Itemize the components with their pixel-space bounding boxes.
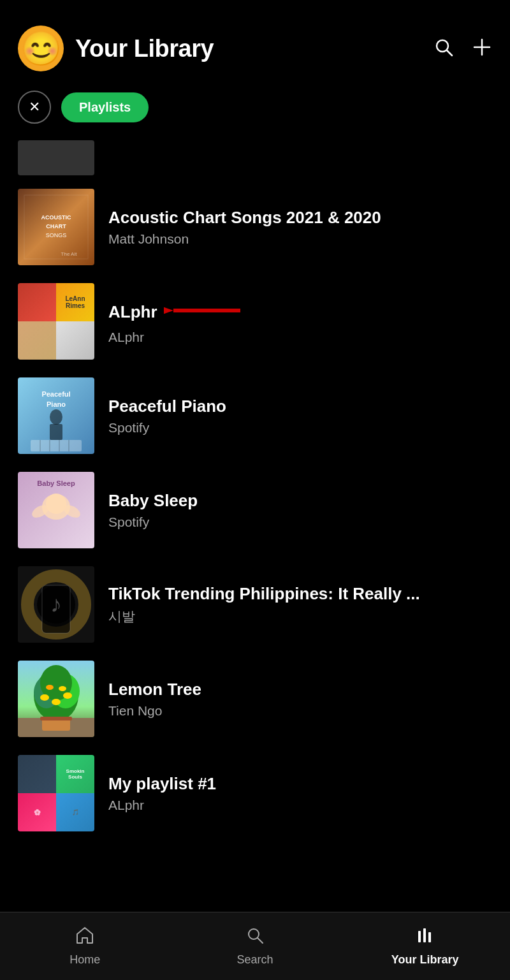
- avatar[interactable]: 😊: [18, 26, 64, 71]
- svg-rect-46: [40, 717, 72, 720]
- thumbnail: ACOUSTIC CHART SONGS The Alt: [18, 189, 94, 265]
- nav-library-label: Your Library: [391, 953, 459, 967]
- playlist-name: Acoustic Chart Songs 2021 & 2020: [108, 208, 492, 228]
- playlist-info: Baby Sleep Spotify: [108, 491, 492, 530]
- search-nav-icon: [245, 926, 265, 948]
- playlist-name: ALphr: [108, 302, 157, 322]
- svg-rect-49: [418, 931, 421, 942]
- svg-text:SONGS: SONGS: [46, 232, 67, 238]
- clear-filter-button[interactable]: ✕: [18, 91, 51, 124]
- playlist-subtitle: Spotify: [108, 420, 492, 435]
- playlist-subtitle: 시발: [108, 608, 492, 625]
- playlist-info: ALphr ALphr: [108, 298, 492, 345]
- nav-home[interactable]: Home: [0, 912, 170, 980]
- svg-text:Peaceful: Peaceful: [41, 390, 70, 398]
- close-icon: ✕: [29, 99, 40, 115]
- svg-point-44: [59, 686, 66, 691]
- playlist-name: Peaceful Piano: [108, 397, 492, 416]
- svg-text:Piano: Piano: [47, 400, 66, 408]
- svg-point-41: [52, 699, 61, 705]
- playlist-subtitle: ALphr: [108, 330, 492, 345]
- nav-search-label: Search: [237, 953, 273, 967]
- playlist-name: Baby Sleep: [108, 491, 492, 511]
- page-title: Your Library: [75, 35, 422, 62]
- thumbnail: Peaceful Piano: [18, 377, 94, 454]
- svg-text:CHART: CHART: [46, 223, 66, 230]
- thumbnail: ♪: [18, 566, 94, 643]
- avatar-emoji: 😊: [20, 32, 62, 65]
- svg-text:ACOUSTIC: ACOUSTIC: [41, 214, 72, 221]
- library-nav-icon: [416, 926, 435, 948]
- svg-rect-50: [423, 928, 426, 942]
- playlist-info: Lemon Tree Tien Ngo: [108, 680, 492, 719]
- svg-point-15: [50, 409, 62, 425]
- list-item[interactable]: [0, 135, 510, 180]
- svg-line-48: [258, 938, 263, 943]
- nav-home-label: Home: [69, 953, 100, 967]
- nav-search[interactable]: Search: [170, 912, 340, 980]
- add-icon[interactable]: [472, 37, 492, 61]
- playlist-subtitle: Tien Ngo: [108, 703, 492, 719]
- playlist-name: My playlist #1: [108, 774, 492, 794]
- svg-rect-32: [42, 585, 70, 633]
- list-item[interactable]: Peaceful Piano Peaceful Piano Spotify: [0, 369, 510, 463]
- thumbnail: LeAnnRimes: [18, 283, 94, 360]
- svg-text:The Alt: The Alt: [61, 251, 78, 257]
- annotation-arrow: [164, 298, 240, 326]
- svg-point-42: [63, 692, 72, 699]
- playlist-name: Lemon Tree: [108, 680, 492, 699]
- svg-point-40: [40, 694, 49, 701]
- list-item[interactable]: Baby Sleep Baby Sleep Spotify: [0, 463, 510, 557]
- thumb-grid: LeAnnRimes: [18, 283, 94, 360]
- svg-rect-17: [31, 440, 82, 451]
- bottom-navigation: Home Search Your Library: [0, 912, 510, 980]
- playlist-subtitle: ALphr: [108, 798, 492, 813]
- playlist-subtitle: Spotify: [108, 515, 492, 530]
- svg-point-25: [46, 494, 66, 514]
- playlist-name: TikTok Trending Philippines: It Really .…: [108, 584, 492, 604]
- playlist-info: Peaceful Piano Spotify: [108, 397, 492, 435]
- list-item[interactable]: SmokinSouls 🌸 🎵 My playlist #1 ALphr: [0, 746, 510, 840]
- list-item[interactable]: ♪ TikTok Trending Philippines: It Really…: [0, 557, 510, 652]
- list-item[interactable]: Lemon Tree Tien Ngo: [0, 652, 510, 746]
- header: 😊 Your Library: [0, 0, 510, 84]
- svg-line-1: [447, 50, 452, 55]
- playlist-info: TikTok Trending Philippines: It Really .…: [108, 584, 492, 625]
- playlist-subtitle: Matt Johnson: [108, 231, 492, 247]
- thumb-grid: SmokinSouls 🌸 🎵: [18, 755, 94, 831]
- home-icon: [75, 926, 94, 948]
- list-item[interactable]: LeAnnRimes ALphr: [0, 274, 510, 369]
- thumbnail: [18, 140, 94, 175]
- search-icon[interactable]: [433, 37, 454, 61]
- svg-text:Baby Sleep: Baby Sleep: [37, 479, 75, 487]
- playlist-list: ACOUSTIC CHART SONGS The Alt Acoustic Ch…: [0, 135, 510, 840]
- svg-rect-51: [428, 932, 431, 942]
- playlist-info: My playlist #1 ALphr: [108, 774, 492, 813]
- nav-library[interactable]: Your Library: [340, 912, 510, 980]
- svg-point-43: [46, 685, 54, 690]
- filter-row: ✕ Playlists: [0, 84, 510, 135]
- thumbnail: SmokinSouls 🌸 🎵: [18, 755, 94, 831]
- list-item[interactable]: ACOUSTIC CHART SONGS The Alt Acoustic Ch…: [0, 180, 510, 274]
- svg-rect-16: [50, 424, 62, 440]
- playlist-info: Acoustic Chart Songs 2021 & 2020 Matt Jo…: [108, 208, 492, 247]
- playlists-filter-pill[interactable]: Playlists: [61, 92, 149, 122]
- thumbnail: Baby Sleep: [18, 472, 94, 548]
- header-actions: [433, 37, 492, 61]
- thumbnail: [18, 661, 94, 737]
